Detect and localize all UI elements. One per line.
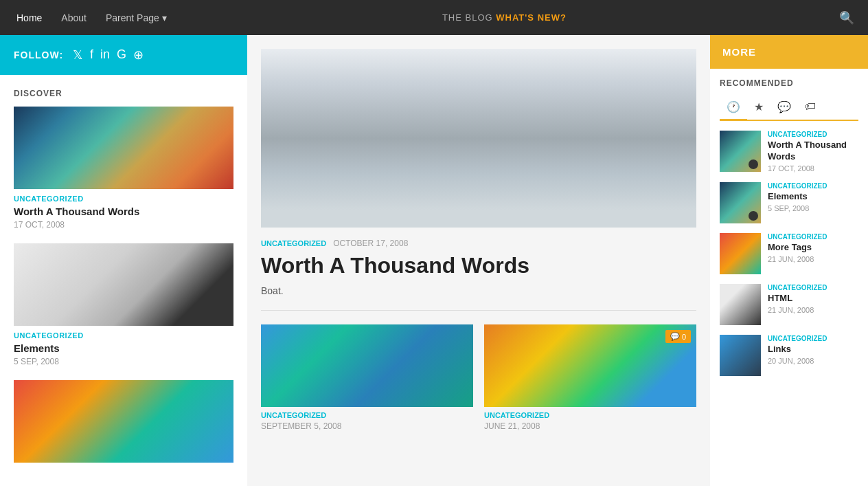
- rec-item-4-title: HTML: [768, 293, 858, 305]
- rec-item-4[interactable]: UNCATEGORIZED HTML 21 JUN, 2008: [720, 284, 858, 325]
- related-card-2-category: UNCATEGORIZED: [484, 411, 696, 419]
- comment-icon: 💬: [670, 332, 680, 341]
- rec-item-4-date: 21 JUN, 2008: [768, 306, 858, 314]
- related-card-2[interactable]: 💬 0 UNCATEGORIZED JUNE 21, 2008: [484, 324, 696, 431]
- main-content: UNCATEGORIZED OCTOBER 17, 2008 Worth A T…: [247, 35, 710, 486]
- nav-about[interactable]: About: [58, 12, 89, 23]
- rec-info-4: UNCATEGORIZED HTML 21 JUN, 2008: [768, 284, 858, 314]
- article-category: UNCATEGORIZED: [261, 239, 326, 247]
- rec-thumb-4: [720, 284, 761, 325]
- rec-item-4-category: UNCATEGORIZED: [768, 284, 858, 291]
- rec-tab-starred[interactable]: ★: [747, 95, 770, 120]
- sidebar-card-2-date: 5 SEP, 2008: [14, 357, 233, 366]
- related-grid: UNCATEGORIZED SEPTEMBER 5, 2008 💬 0 UNCA…: [261, 324, 696, 431]
- office-interior: [261, 49, 696, 228]
- linkedin-icon[interactable]: in: [100, 47, 110, 63]
- nav-left: Home About Parent Page ▾: [14, 12, 170, 23]
- related-card-1-category: UNCATEGORIZED: [261, 411, 473, 419]
- rec-thumb-4-image: [720, 284, 761, 325]
- related-card-1-date: SEPTEMBER 5, 2008: [261, 421, 473, 431]
- rec-thumb-3-image: [720, 233, 761, 274]
- rec-item-5-title: Links: [768, 344, 858, 355]
- rec-item-1-category: UNCATEGORIZED: [768, 131, 858, 138]
- rec-item-2[interactable]: UNCATEGORIZED Elements 5 SEP, 2008: [720, 182, 858, 223]
- rec-item-5[interactable]: UNCATEGORIZED Links 20 JUN, 2008: [720, 335, 858, 376]
- article-divider: [261, 310, 696, 311]
- rec-thumb-5: [720, 335, 761, 376]
- related-card-2-date: JUNE 21, 2008: [484, 421, 696, 431]
- article-header: UNCATEGORIZED OCTOBER 17, 2008 Worth A T…: [261, 239, 696, 296]
- navbar: Home About Parent Page ▾ THE BLOG WHAT'S…: [0, 0, 868, 35]
- rec-item-1[interactable]: UNCATEGORIZED Worth A Thousand Words 17 …: [720, 131, 858, 173]
- more-header: MORE: [710, 35, 868, 69]
- chevron-down-icon: ▾: [162, 12, 167, 23]
- rec-item-1-date: 17 OCT, 2008: [768, 164, 858, 173]
- google-icon[interactable]: G: [117, 47, 126, 63]
- sidebar-card-1-category: UNCATEGORIZED: [14, 195, 233, 203]
- rec-item-3-category: UNCATEGORIZED: [768, 233, 858, 241]
- article-date: OCTOBER 17, 2008: [333, 239, 408, 248]
- rec-item-3[interactable]: UNCATEGORIZED More Tags 21 JUN, 2008: [720, 233, 858, 274]
- right-content: RECOMMENDED 🕐 ★ 💬 🏷 UNCATEGORIZED Worth …: [710, 69, 868, 395]
- sidebar-card-3[interactable]: [14, 380, 233, 463]
- related-card-1-image: [261, 324, 473, 407]
- rec-dot-2: [749, 211, 758, 221]
- rec-tab-recent[interactable]: 🕐: [720, 95, 747, 121]
- sidebar-card-1-image: [14, 107, 233, 189]
- rec-item-2-title: Elements: [768, 191, 858, 203]
- follow-label: FOLLOW:: [14, 49, 63, 60]
- right-sidebar: MORE RECOMMENDED 🕐 ★ 💬 🏷 UNCATEGORIZED W…: [710, 35, 868, 486]
- rec-info-1: UNCATEGORIZED Worth A Thousand Words 17 …: [768, 131, 858, 173]
- article-meta: UNCATEGORIZED OCTOBER 17, 2008: [261, 239, 696, 248]
- facebook-icon[interactable]: f: [90, 47, 93, 63]
- sidebar-card-1[interactable]: UNCATEGORIZED Worth A Thousand Words 17 …: [14, 107, 233, 230]
- sidebar-card-2-image: [14, 243, 233, 326]
- sidebar-card-1-title: Worth A Thousand Words: [14, 206, 233, 217]
- rec-thumb-3: [720, 233, 761, 274]
- sidebar-card-2-title: Elements: [14, 342, 233, 354]
- sidebar-card-2[interactable]: UNCATEGORIZED Elements 5 SEP, 2008: [14, 243, 233, 366]
- rec-info-5: UNCATEGORIZED Links 20 JUN, 2008: [768, 335, 858, 365]
- sidebar-card-3-image: [14, 380, 233, 463]
- follow-icons: 𝕏 f in G ⊕: [73, 47, 144, 63]
- related-card-1[interactable]: UNCATEGORIZED SEPTEMBER 5, 2008: [261, 324, 473, 431]
- rec-tabs: 🕐 ★ 💬 🏷: [720, 95, 858, 121]
- sidebar-content: DISCOVER UNCATEGORIZED Worth A Thousand …: [0, 75, 247, 486]
- rec-dot-1: [749, 159, 758, 169]
- rec-thumb-1: [720, 131, 761, 172]
- discover-label: DISCOVER: [14, 89, 233, 98]
- recommended-label: RECOMMENDED: [720, 78, 858, 88]
- twitter-icon[interactable]: 𝕏: [73, 47, 83, 63]
- nav-home[interactable]: Home: [14, 12, 45, 23]
- rec-item-2-category: UNCATEGORIZED: [768, 182, 858, 190]
- rec-thumb-2: [720, 182, 761, 223]
- follow-bar: FOLLOW: 𝕏 f in G ⊕: [0, 35, 247, 75]
- page-wrapper: FOLLOW: 𝕏 f in G ⊕ DISCOVER UNCATEGORIZE…: [0, 35, 868, 486]
- rec-info-2: UNCATEGORIZED Elements 5 SEP, 2008: [768, 182, 858, 212]
- sidebar-card-2-category: UNCATEGORIZED: [14, 331, 233, 340]
- comment-count: 0: [682, 333, 686, 341]
- nav-parent-page[interactable]: Parent Page ▾: [103, 12, 170, 23]
- comment-badge: 💬 0: [665, 330, 691, 343]
- rec-item-3-date: 21 JUN, 2008: [768, 255, 858, 263]
- search-icon[interactable]: 🔍: [839, 10, 854, 25]
- rec-item-2-date: 5 SEP, 2008: [768, 204, 858, 212]
- related-card-2-image: [484, 324, 696, 407]
- rec-item-5-date: 20 JUN, 2008: [768, 357, 858, 365]
- article-main-image: [261, 49, 696, 228]
- rec-thumb-5-image: [720, 335, 761, 376]
- left-sidebar: FOLLOW: 𝕏 f in G ⊕ DISCOVER UNCATEGORIZE…: [0, 35, 247, 486]
- article-excerpt: Boat.: [261, 285, 696, 296]
- rss-icon[interactable]: ⊕: [133, 47, 144, 63]
- rec-info-3: UNCATEGORIZED More Tags 21 JUN, 2008: [768, 233, 858, 263]
- sidebar-card-1-date: 17 OCT, 2008: [14, 220, 233, 230]
- article-title: Worth A Thousand Words: [261, 252, 696, 278]
- rec-tab-tags[interactable]: 🏷: [798, 95, 823, 120]
- rec-item-3-title: More Tags: [768, 242, 858, 254]
- rec-item-1-title: Worth A Thousand Words: [768, 140, 858, 163]
- rec-tab-comments[interactable]: 💬: [770, 95, 798, 120]
- nav-blog-title: THE BLOG WHAT'S NEW?: [442, 12, 567, 23]
- rec-item-5-category: UNCATEGORIZED: [768, 335, 858, 342]
